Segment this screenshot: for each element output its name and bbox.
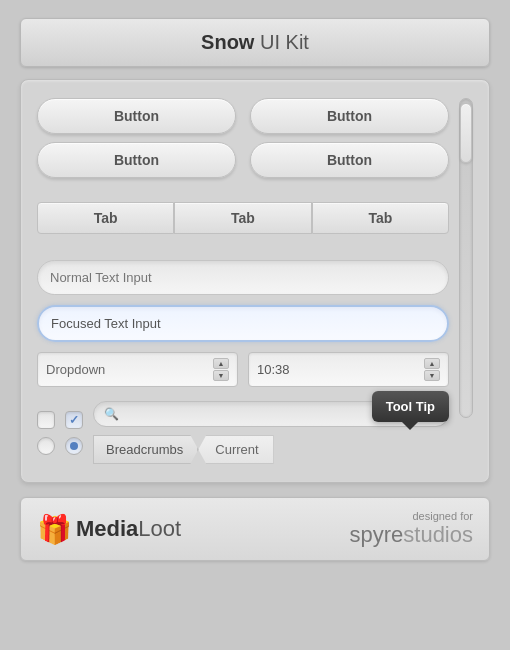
controls-row: Dropdown ▲ ▼ 10:38 ▲ ▼ xyxy=(37,352,449,387)
scrollbar-area xyxy=(459,98,473,464)
scrollbar-track-vertical[interactable] xyxy=(459,98,473,418)
checkbox-col: ✓ xyxy=(37,411,83,455)
focused-text-input[interactable] xyxy=(37,305,449,342)
bottom-controls: ✓ 🔍 xyxy=(37,401,449,464)
time-down-arrow[interactable]: ▼ xyxy=(424,370,440,381)
dropdown-down-arrow[interactable]: ▼ xyxy=(213,370,229,381)
breadcrumb-item[interactable]: Breadcrumbs xyxy=(93,435,198,464)
spyrestudios-label: spyrestudios xyxy=(349,522,473,547)
tooltip-container: Tool Tip xyxy=(372,391,449,430)
header-title-normal: UI Kit xyxy=(260,31,309,53)
tab-3[interactable]: Tab xyxy=(312,202,449,234)
left-controls: Button Button Button Button Tab Tab Tab xyxy=(37,98,449,464)
time-up-arrow[interactable]: ▲ xyxy=(424,358,440,369)
medialoot-name-bold: Media xyxy=(76,516,138,541)
scrollbar-thumb-vertical[interactable] xyxy=(460,103,472,163)
button-1[interactable]: Button xyxy=(37,98,236,134)
normal-text-input[interactable] xyxy=(37,260,449,295)
search-icon: 🔍 xyxy=(104,407,119,421)
tab-2[interactable]: Tab xyxy=(174,202,311,234)
checkbox-checked[interactable]: ✓ xyxy=(65,411,83,429)
medialoot-icon: 🎁 xyxy=(37,513,72,546)
dropdown-up-arrow[interactable]: ▲ xyxy=(213,358,229,369)
footer-left: 🎁 MediaMediaLootLoot xyxy=(37,513,255,546)
time-wrapper[interactable]: 10:38 ▲ ▼ xyxy=(248,352,449,387)
dropdown-label: Dropdown xyxy=(46,362,213,377)
footer-right: designed for spyrestudios xyxy=(255,510,473,548)
button-row-1: Button Button xyxy=(37,98,449,134)
designed-for-label: designed for xyxy=(255,510,473,522)
breadcrumbs-row: Breadcrumbs Current xyxy=(93,435,449,464)
main-panel: Button Button Button Button Tab Tab Tab xyxy=(20,79,490,483)
dropdown-arrows: ▲ ▼ xyxy=(213,358,229,381)
tab-1[interactable]: Tab xyxy=(37,202,174,234)
tabs-row: Tab Tab Tab xyxy=(37,202,449,234)
time-value: 10:38 xyxy=(257,362,424,377)
radio-unchecked[interactable] xyxy=(37,437,55,455)
breadcrumb-current: Current xyxy=(198,435,273,464)
button-3[interactable]: Button xyxy=(37,142,236,178)
time-arrows: ▲ ▼ xyxy=(424,358,440,381)
radio-dot-icon xyxy=(70,442,78,450)
header-bar: Snow UI Kit xyxy=(20,18,490,67)
button-4[interactable]: Button xyxy=(250,142,449,178)
dropdown-wrapper[interactable]: Dropdown ▲ ▼ xyxy=(37,352,238,387)
radio-row xyxy=(37,437,83,455)
checkmark-icon: ✓ xyxy=(69,413,79,427)
button-2[interactable]: Button xyxy=(250,98,449,134)
buttons-section: Button Button Button Button xyxy=(37,98,449,178)
tooltip-box: Tool Tip xyxy=(372,391,449,422)
radio-checked[interactable] xyxy=(65,437,83,455)
medialoot-name: MediaMediaLootLoot xyxy=(76,516,181,542)
tooltip-arrow-icon xyxy=(402,422,418,430)
footer-bar: 🎁 MediaMediaLootLoot designed for spyres… xyxy=(20,497,490,561)
checkbox-row: ✓ xyxy=(37,411,83,429)
header-title-bold: Snow xyxy=(201,31,254,53)
checkbox-unchecked[interactable] xyxy=(37,411,55,429)
button-row-2: Button Button xyxy=(37,142,449,178)
